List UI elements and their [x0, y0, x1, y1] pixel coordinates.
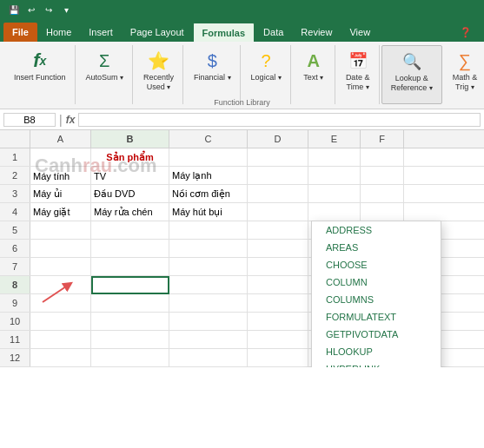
cell-c4[interactable]: Máy hút bụi [169, 203, 248, 221]
cell-b3[interactable]: Đầu DVD [91, 185, 169, 203]
tab-data[interactable]: Data [255, 23, 292, 42]
cell-a6[interactable] [30, 240, 91, 258]
cell-f4[interactable] [361, 203, 404, 221]
cell-d10[interactable] [248, 313, 308, 331]
redo-icon[interactable]: ↪ [42, 3, 56, 16]
col-header-d[interactable]: D [248, 130, 308, 148]
customize-icon[interactable]: ▾ [59, 3, 73, 16]
lookup-reference-button[interactable]: 🔍 Lookup &Reference ▾ [388, 48, 436, 95]
tab-home[interactable]: Home [37, 23, 80, 42]
cell-c12[interactable] [169, 349, 248, 367]
cell-d6[interactable] [248, 240, 308, 258]
cell-e4[interactable] [308, 203, 361, 221]
cell-f1[interactable] [361, 148, 404, 167]
math-trig-button[interactable]: ∑ Math &Trig ▾ [449, 47, 481, 94]
dropdown-item-column[interactable]: COLUMN [312, 273, 441, 291]
ribbon-group-logical: ? Logical ▾ [242, 45, 291, 104]
cell-c2[interactable]: Máy lạnh [169, 167, 248, 185]
cell-d9[interactable] [248, 294, 308, 313]
cell-c7[interactable] [169, 258, 248, 276]
cell-c8[interactable] [169, 276, 248, 294]
cell-a9[interactable] [30, 294, 91, 313]
dropdown-item-hlookup[interactable]: HLOOKUP [312, 343, 441, 360]
cell-c1[interactable] [169, 148, 248, 167]
cell-c10[interactable] [169, 313, 248, 331]
cell-d1[interactable] [248, 148, 308, 167]
tab-insert[interactable]: Insert [80, 23, 122, 42]
cell-a5[interactable] [30, 221, 91, 240]
tab-formulas[interactable]: Formulas [193, 23, 255, 42]
cell-b1[interactable]: Sản phẩm [91, 148, 169, 167]
datetime-icon: 📅 [346, 49, 370, 73]
cell-b6[interactable] [91, 240, 169, 258]
cell-f3[interactable] [361, 185, 404, 203]
col-header-b[interactable]: B [91, 130, 169, 148]
dropdown-item-areas[interactable]: AREAS [312, 239, 441, 256]
cell-b7[interactable] [91, 258, 169, 276]
cell-e1[interactable] [308, 148, 361, 167]
cell-c9[interactable] [169, 294, 248, 313]
table-row: 4 Máy giặt Máy rửa chén Máy hút bụi [0, 203, 484, 221]
cell-a8[interactable] [30, 276, 91, 294]
cell-c6[interactable] [169, 240, 248, 258]
cell-b12[interactable] [91, 349, 169, 367]
cell-b5[interactable] [91, 221, 169, 240]
autosum-button[interactable]: Σ AutoSum ▾ [83, 47, 128, 84]
dropdown-item-formulatext[interactable]: FORMULATEXT [312, 308, 441, 326]
dropdown-item-choose[interactable]: CHOOSE [312, 256, 441, 273]
tab-review[interactable]: Review [292, 23, 341, 42]
cell-a3[interactable]: Máy ủi [30, 185, 91, 203]
cell-a2[interactable]: Máy tính [30, 167, 91, 185]
cell-a11[interactable] [30, 331, 91, 349]
cell-b2[interactable]: TV [91, 167, 169, 185]
ribbon-group-math: ∑ Math &Trig ▾ [444, 45, 484, 104]
cell-e3[interactable] [308, 185, 361, 203]
cell-f2[interactable] [361, 167, 404, 185]
tab-view[interactable]: View [341, 23, 379, 42]
financial-button[interactable]: $ Financial ▾ [190, 47, 235, 84]
cell-d3[interactable] [248, 185, 308, 203]
col-header-c[interactable]: C [169, 130, 248, 148]
cell-d7[interactable] [248, 258, 308, 276]
cell-a10[interactable] [30, 313, 91, 331]
cell-a12[interactable] [30, 349, 91, 367]
cell-a7[interactable] [30, 258, 91, 276]
cell-c5[interactable] [169, 221, 248, 240]
tab-file[interactable]: File [3, 23, 37, 42]
formula-input[interactable] [78, 113, 481, 127]
dropdown-item-getpivotdata[interactable]: GETPIVOTDATA [312, 326, 441, 343]
col-header-a[interactable]: A [30, 130, 91, 148]
dropdown-item-address[interactable]: ADDRESS [312, 221, 441, 239]
cell-a1[interactable] [30, 148, 91, 167]
cell-reference-input[interactable] [3, 113, 56, 127]
cell-d11[interactable] [248, 331, 308, 349]
cell-d2[interactable] [248, 167, 308, 185]
insert-function-button[interactable]: fx Insert Function [10, 47, 70, 84]
cell-d5[interactable] [248, 221, 308, 240]
cell-d8[interactable] [248, 276, 308, 294]
cell-a4[interactable]: Máy giặt [30, 203, 91, 221]
col-header-e[interactable]: E [308, 130, 361, 148]
recently-used-button[interactable]: ⭐ RecentlyUsed ▾ [140, 47, 177, 94]
cell-b8[interactable] [91, 276, 169, 294]
dropdown-item-hyperlink[interactable]: HYPERLINK [312, 360, 441, 367]
dropdown-item-columns[interactable]: COLUMNS [312, 291, 441, 308]
cell-e2[interactable] [308, 167, 361, 185]
cell-b10[interactable] [91, 313, 169, 331]
cell-c11[interactable] [169, 331, 248, 349]
tab-help[interactable]: ❓ [451, 23, 481, 42]
datetime-button[interactable]: 📅 Date &Time ▾ [342, 47, 374, 94]
save-icon[interactable]: 💾 [7, 3, 21, 16]
col-header-f[interactable]: F [361, 130, 404, 148]
cell-d12[interactable] [248, 349, 308, 367]
cell-b11[interactable] [91, 331, 169, 349]
cell-d4[interactable] [248, 203, 308, 221]
title-bar-icons: 💾 ↩ ↪ ▾ [7, 3, 73, 16]
text-button[interactable]: A Text ▾ [298, 47, 329, 84]
tab-pagelayout[interactable]: Page Layout [122, 23, 193, 42]
logical-button[interactable]: ? Logical ▾ [248, 47, 285, 84]
cell-c3[interactable]: Nồi cơm điện [169, 185, 248, 203]
undo-icon[interactable]: ↩ [24, 3, 38, 16]
cell-b9[interactable] [91, 294, 169, 313]
cell-b4[interactable]: Máy rửa chén [91, 203, 169, 221]
